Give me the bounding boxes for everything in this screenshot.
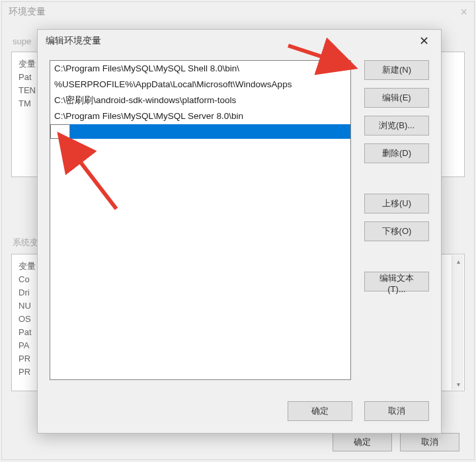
path-item[interactable]: C:\Program Files\MySQL\MySQL Shell 8.0\b… (50, 61, 350, 77)
path-edit-input[interactable] (50, 124, 70, 139)
edit-button[interactable]: 编辑(E) (364, 88, 429, 108)
edit-env-var-dialog: 编辑环境变量 ✕ C:\Program Files\MySQL\MySQL Sh… (37, 29, 442, 434)
new-button[interactable]: 新建(N) (364, 60, 429, 80)
path-item[interactable]: %USERPROFILE%\AppData\Local\Microsoft\Wi… (50, 77, 350, 93)
ok-button[interactable]: 确定 (288, 401, 352, 421)
delete-button[interactable]: 删除(D) (364, 143, 429, 163)
path-item[interactable]: C:\Program Files\MySQL\MySQL Server 8.0\… (50, 108, 350, 124)
path-list[interactable]: C:\Program Files\MySQL\MySQL Shell 8.0\b… (50, 60, 351, 380)
ok-button[interactable]: 确定 (333, 433, 392, 451)
edit-titlebar: 编辑环境变量 ✕ (38, 30, 441, 52)
close-icon[interactable]: × (460, 5, 467, 19)
parent-footer: 确定 取消 (333, 433, 459, 451)
edit-text-button[interactable]: 编辑文本(T)... (364, 272, 429, 291)
scroll-up-icon[interactable]: ▴ (452, 255, 464, 267)
parent-title: 环境变量 (9, 6, 46, 18)
edit-footer: 确定 取消 (288, 401, 429, 421)
cancel-button[interactable]: 取消 (364, 401, 429, 421)
edit-body: C:\Program Files\MySQL\MySQL Shell 8.0\b… (38, 52, 441, 380)
browse-button[interactable]: 浏览(B)... (364, 116, 429, 135)
side-buttons: 新建(N) 编辑(E) 浏览(B)... 删除(D) 上移(U) 下移(O) 编… (364, 60, 429, 380)
cancel-button[interactable]: 取消 (400, 433, 459, 451)
scrollbar[interactable]: ▴ ▾ (452, 255, 463, 390)
close-icon[interactable]: ✕ (415, 31, 433, 51)
path-editing-row[interactable] (50, 124, 350, 139)
scroll-down-icon[interactable]: ▾ (452, 378, 464, 390)
move-up-button[interactable]: 上移(U) (364, 194, 429, 213)
selection-highlight (70, 124, 350, 139)
path-item[interactable]: C:\密刷刷\android-sdk-windows\platform-tool… (50, 93, 350, 108)
move-down-button[interactable]: 下移(O) (364, 221, 429, 241)
parent-titlebar: 环境变量 × (2, 2, 474, 22)
dialog-title: 编辑环境变量 (46, 35, 101, 47)
